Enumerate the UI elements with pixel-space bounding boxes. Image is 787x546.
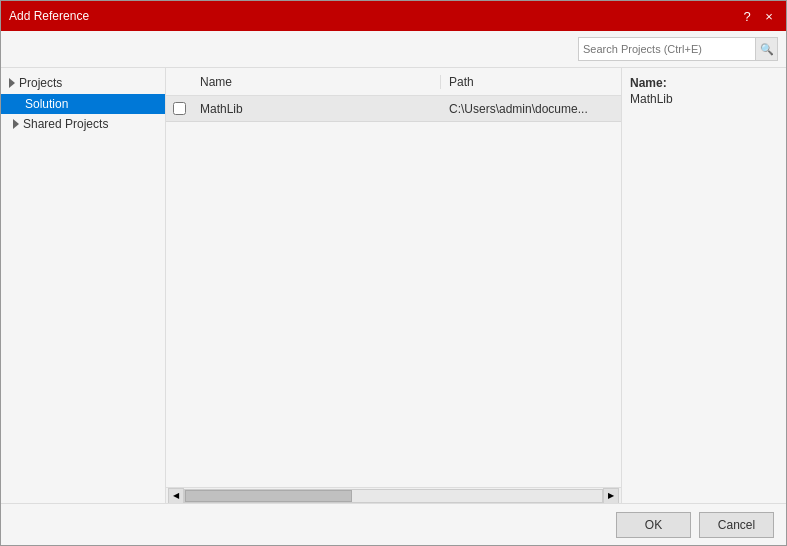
cancel-button[interactable]: Cancel — [699, 512, 774, 538]
dialog-body: 🔍 Projects Solution Shared Projects — [1, 31, 786, 503]
row-path: C:\Users\admin\docume... — [441, 102, 621, 116]
col-path-header: Path — [441, 75, 621, 89]
scroll-left-arrow[interactable]: ◀ — [168, 488, 184, 504]
table-row[interactable]: MathLib C:\Users\admin\docume... — [166, 96, 621, 122]
sidebar-item-solution-label: Solution — [25, 97, 68, 111]
dialog-title: Add Reference — [9, 9, 89, 23]
title-bar: Add Reference ? × — [1, 1, 786, 31]
title-bar-buttons: ? × — [738, 7, 778, 25]
search-bar: 🔍 — [1, 31, 786, 68]
sidebar-expand-icon — [13, 119, 19, 129]
close-button[interactable]: × — [760, 7, 778, 25]
search-icon-button[interactable]: 🔍 — [755, 38, 777, 60]
sidebar-group-label: Projects — [19, 76, 62, 90]
search-wrapper: 🔍 — [578, 37, 778, 61]
right-panel: Name: MathLib — [621, 68, 786, 503]
row-name: MathLib — [192, 102, 441, 116]
col-name-header: Name — [192, 75, 441, 89]
sidebar-item-shared-label: Shared Projects — [23, 117, 108, 131]
center-panel: Name Path MathLib C:\Users\admin\docume.… — [166, 68, 621, 503]
table-body: MathLib C:\Users\admin\docume... — [166, 96, 621, 487]
detail-name-value: MathLib — [630, 92, 778, 106]
row-checkbox[interactable] — [166, 102, 192, 115]
sidebar-item-solution[interactable]: Solution — [1, 94, 165, 114]
scroll-track[interactable] — [184, 489, 603, 503]
sidebar-item-shared-projects[interactable]: Shared Projects — [1, 114, 165, 134]
help-button[interactable]: ? — [738, 7, 756, 25]
scroll-right-arrow[interactable]: ▶ — [603, 488, 619, 504]
main-content: Projects Solution Shared Projects Name P… — [1, 68, 786, 503]
collapse-icon — [9, 78, 15, 88]
sidebar: Projects Solution Shared Projects — [1, 68, 166, 503]
ok-button[interactable]: OK — [616, 512, 691, 538]
detail-name-label: Name: — [630, 76, 778, 90]
scroll-thumb[interactable] — [185, 490, 352, 502]
dialog-footer: OK Cancel — [1, 503, 786, 545]
search-input[interactable] — [579, 41, 755, 57]
horizontal-scrollbar[interactable]: ◀ ▶ — [166, 487, 621, 503]
add-reference-dialog: Add Reference ? × 🔍 Projects — [0, 0, 787, 546]
sidebar-group-projects[interactable]: Projects — [1, 72, 165, 94]
row-checkbox-input[interactable] — [173, 102, 186, 115]
search-icon: 🔍 — [760, 43, 774, 56]
table-header: Name Path — [166, 68, 621, 96]
